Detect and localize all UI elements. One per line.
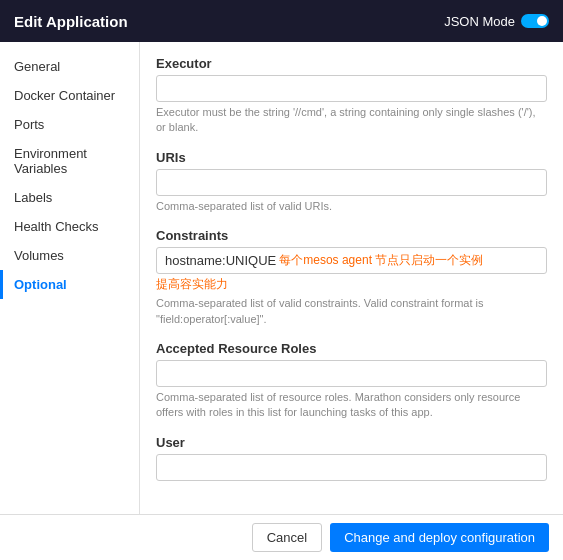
resource-roles-label: Accepted Resource Roles <box>156 341 547 356</box>
sidebar-item-optional[interactable]: Optional <box>0 270 139 299</box>
page-title: Edit Application <box>14 13 128 30</box>
header: Edit Application JSON Mode <box>0 0 563 42</box>
constraints-group: Constraints hostname:UNIQUE 每个mesos agen… <box>156 228 547 327</box>
uris-label: URIs <box>156 150 547 165</box>
sidebar-item-general[interactable]: General <box>0 52 139 81</box>
constraints-hint: Comma-separated list of valid constraint… <box>156 296 547 327</box>
sidebar-item-docker-container[interactable]: Docker Container <box>0 81 139 110</box>
user-group: User <box>156 435 547 481</box>
json-mode-switch[interactable] <box>521 14 549 28</box>
user-input[interactable] <box>156 454 547 481</box>
user-label: User <box>156 435 547 450</box>
constraints-wrapper: hostname:UNIQUE 每个mesos agent 节点只启动一个实例 <box>156 247 547 274</box>
resource-roles-hint: Comma-separated list of resource roles. … <box>156 390 547 421</box>
uris-group: URIs Comma-separated list of valid URIs. <box>156 150 547 214</box>
sidebar-item-environment-variables[interactable]: Environment Variables <box>0 139 139 183</box>
sidebar-item-labels[interactable]: Labels <box>0 183 139 212</box>
sidebar-item-volumes[interactable]: Volumes <box>0 241 139 270</box>
footer: Cancel Change and deploy configuration <box>0 514 563 560</box>
constraints-annotation2: 提高容实能力 <box>156 276 547 293</box>
sidebar: General Docker Container Ports Environme… <box>0 42 140 514</box>
resource-roles-group: Accepted Resource Roles Comma-separated … <box>156 341 547 421</box>
deploy-button[interactable]: Change and deploy configuration <box>330 523 549 552</box>
sidebar-item-ports[interactable]: Ports <box>0 110 139 139</box>
body: General Docker Container Ports Environme… <box>0 42 563 514</box>
uris-input[interactable] <box>156 169 547 196</box>
executor-input[interactable] <box>156 75 547 102</box>
app-container: Edit Application JSON Mode General Docke… <box>0 0 563 560</box>
executor-group: Executor Executor must be the string '//… <box>156 56 547 136</box>
json-mode-label: JSON Mode <box>444 14 515 29</box>
main-content: Executor Executor must be the string '//… <box>140 42 563 514</box>
executor-hint: Executor must be the string '//cmd', a s… <box>156 105 547 136</box>
cancel-button[interactable]: Cancel <box>252 523 322 552</box>
constraints-input[interactable] <box>156 247 547 274</box>
constraints-label: Constraints <box>156 228 547 243</box>
json-mode-toggle[interactable]: JSON Mode <box>444 14 549 29</box>
uris-hint: Comma-separated list of valid URIs. <box>156 199 547 214</box>
sidebar-item-health-checks[interactable]: Health Checks <box>0 212 139 241</box>
executor-label: Executor <box>156 56 547 71</box>
resource-roles-input[interactable] <box>156 360 547 387</box>
